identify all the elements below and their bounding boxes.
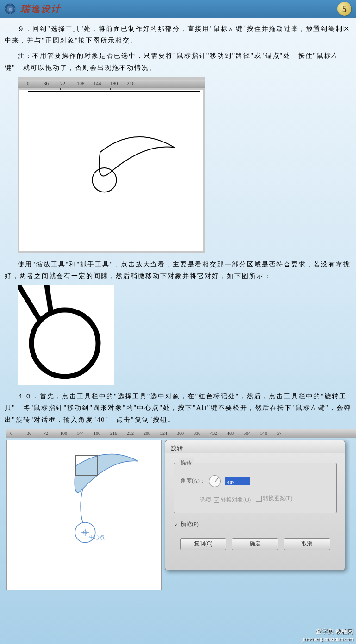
angle-input[interactable]: 40° xyxy=(225,477,250,485)
gear-logo-icon: 瑞 xyxy=(4,2,17,15)
fieldset-legend: 旋转 xyxy=(179,458,194,468)
options-row: 选项: ✓ 转换对象(O) 转换图案(T) xyxy=(181,494,330,505)
angle-dial-icon[interactable] xyxy=(209,475,221,487)
ruler-horizontal-3: 0 36 72 108 144 180 216 252 288 324 360 … xyxy=(6,429,356,438)
svg-rect-4 xyxy=(4,8,6,10)
ruler-tick: 180 xyxy=(94,429,110,438)
ruler-tick: 396 xyxy=(194,429,210,438)
checkbox-label: 转换图案(T) xyxy=(263,494,292,504)
svg-rect-3 xyxy=(10,12,11,14)
transform-object-checkbox[interactable]: ✓ 转换对象(O) xyxy=(214,495,251,505)
ruler-tick: 36 xyxy=(44,79,60,88)
options-label: 选项: xyxy=(200,496,212,503)
ruler-tick: 0 xyxy=(10,429,27,438)
preview-label: 预览(P) xyxy=(181,520,199,530)
svg-point-8 xyxy=(31,310,98,377)
ruler-tick: 252 xyxy=(127,429,144,438)
crescent-drawing-icon xyxy=(28,92,200,250)
ruler-tick: 72 xyxy=(60,79,77,88)
page-number-badge: 5 xyxy=(337,2,351,16)
canvas-area-3: 中心点 xyxy=(6,440,162,590)
copy-button[interactable]: 复制(C) xyxy=(180,538,226,550)
checkbox-unchecked-icon xyxy=(256,496,262,502)
ruler-tick: 144 xyxy=(94,79,110,88)
paragraph-note: 注：不用管要操作的对象是否已选中，只需要将"鼠标指针"移动到"路径"或"锚点"处… xyxy=(5,50,351,73)
paragraph-step9: ９．回到"选择工具"处，将前面已制作好的那部分，直接用"鼠标左键"按住并拖动过来… xyxy=(5,23,351,46)
content: ９．回到"选择工具"处，将前面已制作好的那部分，直接用"鼠标左键"按住并拖动过来… xyxy=(0,18,356,597)
ruler-tick: 504 xyxy=(244,429,260,438)
header-title: 瑞逸设计 xyxy=(20,0,61,17)
svg-point-7 xyxy=(92,168,116,192)
selection-box xyxy=(75,455,98,476)
center-point-label: 中心点 xyxy=(89,533,105,542)
angle-label: 角度(A)： xyxy=(181,476,205,486)
dialog-body: 旋转 角度(A)： 40° 选项: ✓ 转换对象(O) xyxy=(165,453,345,555)
checkbox-checked-icon: ✓ xyxy=(174,522,179,527)
ruler-tick: 144 xyxy=(77,429,94,438)
ruler-tick: 180 xyxy=(110,79,127,88)
preview-checkbox[interactable]: ✓ 预览(P) xyxy=(174,520,337,530)
figure-3: 0 36 72 108 144 180 216 252 288 324 360 … xyxy=(6,429,356,591)
canvas-area xyxy=(19,90,203,251)
figure-1: 0 36 72 108 144 180 216 xyxy=(18,77,205,253)
ruler-tick: 540 xyxy=(260,429,277,438)
cancel-button[interactable]: 取消 xyxy=(284,538,330,550)
ruler-tick: 72 xyxy=(44,429,60,438)
circle-closeup-icon xyxy=(18,285,114,385)
ok-button[interactable]: 确定 xyxy=(232,538,278,550)
ruler-tick: 57 xyxy=(277,429,294,438)
ruler-tick: 324 xyxy=(160,429,177,438)
paragraph-zoom: 使用"缩放工具"和"抓手工具"，点击放大查看，主要是看相交那一部分区域是否符合要… xyxy=(5,259,351,282)
watermark-sub: jiaocheng.chazidian.com xyxy=(303,636,353,642)
transform-pattern-checkbox[interactable]: 转换图案(T) xyxy=(256,494,292,504)
artboard-border xyxy=(28,91,200,250)
checkbox-checked-icon: ✓ xyxy=(214,497,219,503)
ruler-tick: 432 xyxy=(210,429,227,438)
page: 瑞 瑞逸设计 5 ９．回到"选择工具"处，将前面已制作好的那部分，直接用"鼠标左… xyxy=(0,0,356,644)
angle-row: 角度(A)： 40° xyxy=(181,475,330,487)
dialog-title: 旋转 xyxy=(165,440,345,453)
paragraph-step10: １０．首先，点击工具栏中的"选择工具"选中对象，在"红色标记处"，然后，点击工具… xyxy=(5,390,351,426)
ruler-tick: 216 xyxy=(127,79,144,88)
ruler-tick: 108 xyxy=(60,429,77,438)
ruler-tick: 0 xyxy=(27,79,44,88)
ruler-tick: 468 xyxy=(227,429,244,438)
header: 瑞 瑞逸设计 5 xyxy=(0,0,356,18)
ruler-horizontal: 0 36 72 108 144 180 216 xyxy=(18,80,205,88)
svg-text:瑞: 瑞 xyxy=(9,8,12,12)
rotate-fieldset: 旋转 角度(A)： 40° 选项: ✓ 转换对象(O) xyxy=(174,458,337,513)
checkbox-label: 转换对象(O) xyxy=(221,495,251,505)
ruler-tick: 288 xyxy=(144,429,160,438)
figure-2 xyxy=(18,285,114,385)
rotate-dialog: 旋转 旋转 角度(A)： 40° 选项: ✓ 转换 xyxy=(165,440,345,570)
ruler-tick: 108 xyxy=(77,79,94,88)
watermark-main: 查字典 教程网 xyxy=(303,628,353,636)
ruler-tick: 36 xyxy=(27,429,44,438)
dialog-buttons: 复制(C) 确定 取消 xyxy=(174,538,337,550)
svg-rect-5 xyxy=(14,8,16,10)
ruler-tick: 216 xyxy=(110,429,127,438)
watermark: 查字典 教程网 jiaocheng.chazidian.com xyxy=(303,628,353,642)
svg-rect-2 xyxy=(10,3,11,5)
ruler-tick: 360 xyxy=(177,429,194,438)
